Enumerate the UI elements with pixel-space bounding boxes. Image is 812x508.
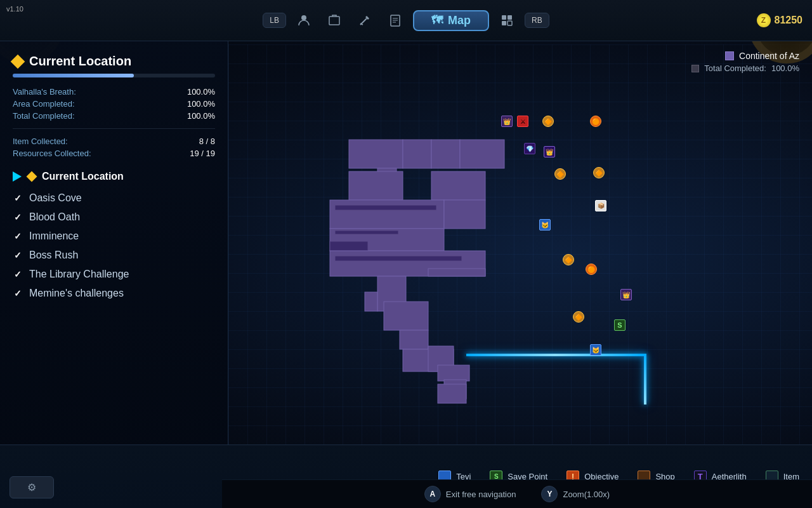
location-name-oasis: Oasis Cove (29, 192, 82, 204)
location-item-oasis-cove[interactable]: ✓ Oasis Cove (13, 192, 215, 204)
location-name-boss-rush: Boss Rush (29, 250, 78, 261)
map-tab-icon: 🗺 (431, 14, 443, 27)
svg-rect-18 (349, 171, 403, 200)
diamond-icon (11, 54, 25, 69)
stat-row-resources: Resources Collected: 19 / 19 (13, 149, 215, 158)
stat-label-total: Total Completed: (13, 111, 75, 121)
map-svg-container (266, 73, 584, 429)
map-marker-enemy-1: ⚔ (517, 116, 528, 127)
weapon-icon[interactable] (352, 8, 377, 33)
location-item-boss-rush[interactable]: ✓ Boss Rush (13, 250, 215, 261)
left-panel: Current Location Valhalla's Breath: 100.… (0, 41, 228, 508)
map-marker-coin-5: 🔶 (573, 311, 584, 323)
continent-info: Continent of Az Total Completed: 100.0% (691, 51, 799, 73)
svg-rect-12 (508, 21, 512, 25)
hint-zoom-label: Zoom(1.00x) (563, 490, 610, 499)
svg-rect-27 (365, 292, 377, 311)
progress-line-horizontal (466, 354, 644, 356)
location-item-blood-oath[interactable]: ✓ Blood Oath (13, 211, 215, 223)
map-marker-coin-2: 🔶 (554, 168, 566, 180)
checkmark-memine: ✓ (13, 288, 23, 298)
location-name-library: The Library Challenge (29, 269, 129, 280)
stat-row-total: Total Completed: 100.0% (13, 111, 215, 121)
svg-rect-9 (502, 15, 506, 20)
location-diamond-icon (27, 171, 37, 182)
svg-rect-35 (335, 205, 436, 210)
location-list: Current Location ✓ Oasis Cove ✓ Blood Oa… (13, 171, 215, 299)
location-item-imminence[interactable]: ✓ Imminence (13, 231, 215, 242)
stat-label-items: Item Collected: (13, 137, 68, 146)
version-label: v1.10 (6, 5, 23, 13)
location-item-library[interactable]: ✓ The Library Challenge (13, 269, 215, 280)
svg-rect-23 (330, 241, 368, 251)
map-area[interactable]: Continent of Az Total Completed: 100.0% (228, 41, 812, 444)
svg-rect-20 (330, 200, 444, 229)
svg-rect-19 (431, 171, 485, 200)
svg-rect-13 (349, 140, 403, 168)
checkmark-imminence: ✓ (13, 231, 23, 241)
map-tab[interactable]: 🗺 Map (413, 10, 489, 31)
map-marker-crown-1: 👑 (501, 116, 513, 127)
current-location-title: Current Location (29, 54, 131, 69)
total-completed-row: Total Completed: 100.0% (691, 64, 799, 73)
svg-rect-36 (335, 231, 398, 234)
progress-bar-fill (13, 74, 134, 77)
total-completed-value: 100.0% (771, 64, 799, 73)
svg-rect-25 (428, 269, 485, 276)
play-arrow-icon (13, 171, 22, 182)
character-icon[interactable] (291, 8, 317, 33)
stat-row-area: Area Completed: 100.0% (13, 99, 215, 109)
checkmark-oasis: ✓ (13, 193, 23, 203)
rb-button[interactable]: RB (525, 13, 549, 28)
map-marker-coin-1: 🔶 (542, 116, 554, 127)
svg-rect-34 (438, 384, 466, 403)
stat-value-area: 100.0% (187, 99, 215, 109)
progress-bar-container (13, 74, 215, 77)
continent-name-text: Continent of Az (739, 51, 799, 61)
lb-button[interactable]: LB (263, 13, 286, 28)
extra-icon[interactable] (494, 8, 520, 33)
settings-button[interactable]: ⚙ (10, 476, 54, 498)
location-name-imminence: Imminence (29, 231, 79, 242)
dungeon-map-svg (266, 73, 584, 429)
svg-rect-11 (502, 21, 506, 25)
hint-y-button[interactable]: Y (541, 486, 558, 502)
current-location-row[interactable]: Current Location (13, 171, 215, 182)
hint-a-button[interactable]: A (424, 486, 441, 502)
map-marker-orange-1: 🟠 (590, 116, 601, 127)
hint-exit: A Exit free navigation (424, 486, 516, 502)
hint-exit-label: Exit free navigation (446, 490, 516, 499)
top-bar: v1.10 LB 🗺 Map RB Z 81250 (0, 0, 812, 41)
map-marker-boss-1: 👑 (544, 146, 555, 157)
map-marker-coin-4: 🔶 (563, 254, 574, 265)
svg-rect-32 (438, 365, 469, 381)
settings-icon: ⚙ (27, 481, 36, 493)
svg-rect-16 (460, 140, 504, 168)
hint-zoom: Y Zoom(1.00x) (541, 486, 610, 502)
nav-hint-bar: A Exit free navigation Y Zoom(1.00x) (222, 479, 812, 508)
currency-icon: Z (757, 13, 771, 27)
stat-label-area: Area Completed: (13, 99, 75, 109)
svg-rect-29 (400, 330, 428, 349)
stat-label-resources: Resources Collected: (13, 149, 91, 158)
map-marker-orange-2: 🟠 (586, 264, 597, 275)
map-marker-save: S (614, 319, 625, 331)
checkmark-library: ✓ (13, 269, 23, 279)
progress-line-vertical (644, 354, 646, 404)
map-marker-tevi-2: 🐱 (590, 344, 601, 356)
stat-row-items: Item Collected: 8 / 8 (13, 137, 215, 146)
continent-name: Continent of Az (691, 51, 799, 61)
svg-rect-14 (403, 140, 431, 168)
quest-icon[interactable] (383, 8, 408, 33)
stat-value-total: 100.0% (187, 111, 215, 121)
inventory-icon[interactable] (322, 8, 347, 33)
continent-box-icon (725, 51, 734, 60)
location-item-memine[interactable]: ✓ Memine's challenges (13, 288, 215, 299)
map-marker-gem: 💎 (524, 143, 535, 154)
checkmark-boss-rush: ✓ (13, 250, 23, 260)
svg-rect-10 (508, 15, 512, 20)
current-location-header: Current Location (13, 54, 215, 69)
map-tab-label: Map (448, 14, 471, 27)
stat-label-valhalla: Valhalla's Breath: (13, 87, 76, 97)
stat-value-resources: 19 / 19 (190, 149, 215, 158)
